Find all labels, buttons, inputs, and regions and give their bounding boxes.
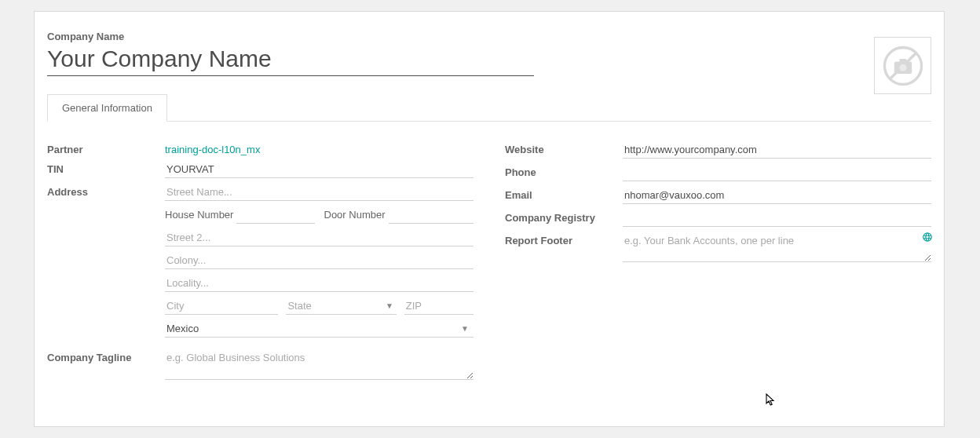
phone-input[interactable] — [623, 163, 931, 181]
street2-input[interactable] — [165, 228, 474, 246]
phone-label: Phone — [505, 163, 623, 178]
left-column: Partner training-doc-l10n_mx TIN Address — [47, 141, 474, 385]
company-name-label: Company Name — [47, 31, 931, 42]
report-footer-input[interactable] — [623, 232, 931, 262]
company-registry-label: Company Registry — [505, 209, 623, 224]
caret-down-icon: ▼ — [382, 301, 397, 310]
house-number-label: House Number — [165, 209, 233, 221]
state-input[interactable] — [286, 297, 382, 314]
company-tagline-label: Company Tagline — [47, 349, 165, 363]
report-footer-label: Report Footer — [505, 232, 623, 246]
house-number-input[interactable] — [236, 206, 314, 224]
state-select[interactable]: ▼ — [286, 297, 396, 315]
tab-general-information[interactable]: General Information — [47, 94, 167, 122]
colony-input[interactable] — [165, 251, 474, 269]
tin-input[interactable] — [165, 160, 474, 178]
company-form-sheet: Company Name General Information Partner… — [34, 11, 945, 427]
country-select[interactable]: ▼ — [165, 319, 474, 338]
svg-rect-3 — [899, 59, 906, 64]
company-image-placeholder[interactable] — [874, 37, 931, 94]
email-label: Email — [505, 186, 623, 201]
company-tagline-input[interactable] — [165, 349, 474, 380]
website-label: Website — [505, 141, 623, 155]
tin-label: TIN — [47, 160, 165, 175]
city-input[interactable] — [165, 297, 278, 315]
partner-label: Partner — [47, 141, 165, 155]
company-registry-input[interactable] — [623, 209, 931, 227]
company-name-input[interactable] — [47, 46, 534, 76]
tabs: General Information — [47, 93, 931, 122]
country-input[interactable] — [165, 319, 456, 337]
caret-down-icon: ▼ — [456, 324, 474, 333]
locality-input[interactable] — [165, 274, 474, 292]
right-column: Website Phone Email Company Registry — [505, 141, 931, 385]
zip-input[interactable] — [404, 297, 474, 315]
svg-point-4 — [899, 64, 906, 71]
website-input[interactable] — [623, 141, 931, 159]
door-number-label: Door Number — [324, 209, 386, 221]
address-label: Address — [47, 183, 165, 198]
mouse-cursor-icon — [765, 393, 776, 410]
email-input[interactable] — [623, 186, 931, 204]
door-number-input[interactable] — [389, 206, 474, 224]
globe-icon[interactable] — [922, 232, 933, 245]
partner-link[interactable]: training-doc-l10n_mx — [165, 141, 474, 155]
street-input[interactable] — [165, 183, 474, 201]
camera-placeholder-icon — [881, 44, 925, 88]
tab-content: Partner training-doc-l10n_mx TIN Address — [47, 122, 931, 385]
